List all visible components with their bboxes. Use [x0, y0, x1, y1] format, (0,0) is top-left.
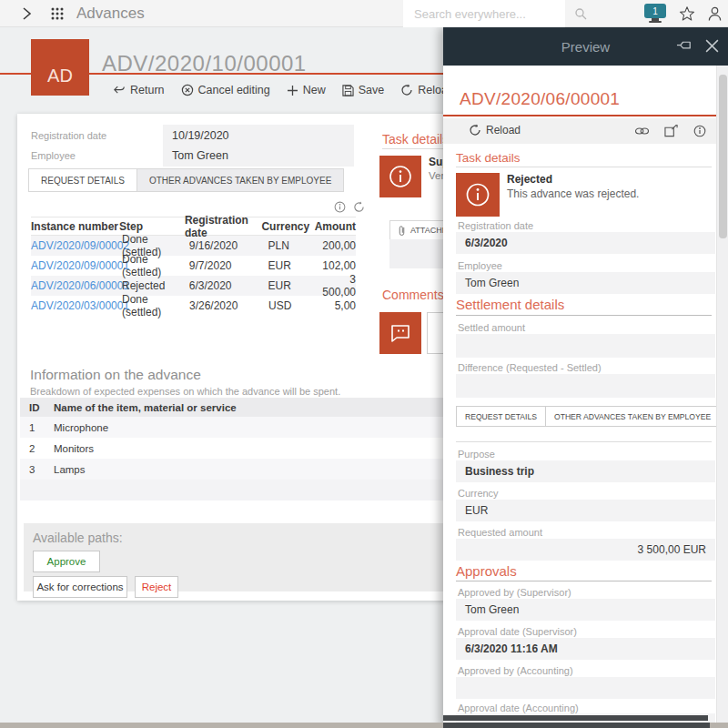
instance-link[interactable]: ADV/2020/09/00001	[31, 259, 122, 272]
approved-by-accounting-value	[456, 677, 715, 699]
info-icon[interactable]	[334, 201, 346, 213]
difference-value	[456, 374, 715, 398]
ask-for-corrections-button[interactable]: Ask for corrections	[33, 576, 127, 598]
preview-task-details-heading: Task details	[456, 151, 521, 165]
scrollbar-thumb[interactable]	[443, 723, 710, 728]
approval-date-supervisor-label: Approval date (Supervisor)	[458, 626, 577, 637]
settlement-details-heading: Settlement details	[456, 297, 564, 312]
copy-link-icon[interactable]	[634, 125, 650, 137]
new-button[interactable]: New	[287, 80, 326, 100]
employee-value: Tom Green	[172, 149, 228, 162]
preview-reload-button[interactable]: Reload	[469, 124, 521, 136]
comments-heading: Comments	[382, 288, 444, 302]
difference-label: Difference (Requested - Settled)	[458, 362, 602, 373]
info-icon[interactable]	[693, 125, 706, 137]
available-paths-label: Available paths:	[33, 531, 123, 545]
form-toolbar: Return Cancel editing New Save Reload	[113, 80, 454, 100]
approval-date-supervisor-value: 6/3/2020 11:16 AM	[456, 638, 715, 660]
table-row: ADV/2020/03/00001 Done (settled) 3/26/20…	[31, 296, 356, 316]
preview-tab-other-advances[interactable]: OTHER ADVANCES TAKEN BY EMPLOYEE	[546, 406, 720, 427]
currency-label: Currency	[458, 488, 499, 499]
preview-toolbar: Reload	[443, 118, 716, 144]
table-actions	[334, 201, 365, 213]
settled-amount-value	[456, 334, 715, 358]
preview-vertical-scrollbar[interactable]	[716, 66, 728, 728]
close-icon[interactable]	[704, 38, 720, 54]
tab-request-details[interactable]: REQUEST DETAILS	[28, 168, 137, 192]
preview-employee-value: Tom Green	[456, 272, 715, 294]
save-button[interactable]: Save	[342, 80, 385, 100]
preview-header: Preview	[443, 27, 728, 66]
info-section-title: Information on the advance	[30, 367, 201, 383]
purpose-label: Purpose	[458, 449, 495, 460]
preview-horizontal-scrollbar-thumb[interactable]	[443, 715, 708, 721]
currency-value: EUR	[456, 500, 715, 521]
preview-employee-label: Employee	[458, 260, 502, 271]
preview-panel: Preview ADV/2020/06/00001 Reload Task de…	[443, 27, 728, 728]
preview-accent-line	[443, 115, 716, 116]
tab-other-advances[interactable]: OTHER ADVANCES TAKEN BY EMPLOYEE	[137, 168, 344, 192]
purpose-value: Business trip	[456, 460, 715, 482]
top-bar: Advances 1	[0, 0, 728, 27]
open-in-new-window-icon[interactable]	[664, 125, 678, 137]
pin-icon[interactable]	[676, 38, 693, 55]
global-search[interactable]	[403, 0, 565, 27]
preview-tab-request-details[interactable]: REQUEST DETAILS	[456, 406, 546, 427]
instance-link[interactable]: ADV/2020/06/00001	[31, 279, 122, 292]
table-row: ADV/2020/09/00001 Done (settled) 9/7/202…	[31, 256, 356, 276]
preview-task-description: This advance was rejected.	[507, 187, 639, 200]
expand-chevron-icon[interactable]	[13, 0, 40, 27]
avatar: AD	[31, 39, 89, 96]
registration-date-label: Registration date	[31, 130, 106, 141]
search-input[interactable]	[414, 7, 574, 21]
preview-registration-date-value: 6/3/2020	[456, 232, 715, 254]
approval-date-accounting-label: Approval date (Accounting)	[458, 703, 579, 713]
preview-doc-title: ADV/2020/06/00001	[460, 89, 620, 109]
other-advances-table: Instance number Step Registration date C…	[31, 217, 356, 316]
approved-by-accounting-label: Approved by (Accounting)	[458, 665, 573, 676]
preview-tabs: REQUEST DETAILS OTHER ADVANCES TAKEN BY …	[456, 406, 720, 427]
task-details-heading: Task details	[382, 132, 449, 147]
requested-amount-label: Requested amount	[458, 527, 542, 538]
table-header: Instance number Step Registration date C…	[31, 217, 356, 236]
refresh-icon[interactable]	[353, 201, 365, 213]
app-launcher-waffle-icon[interactable]	[46, 0, 69, 27]
preview-registration-date-label: Registration date	[458, 220, 533, 231]
settled-amount-label: Settled amount	[458, 322, 525, 333]
requested-amount-value: 3 500,00 EUR	[456, 539, 715, 561]
cancel-editing-button[interactable]: Cancel editing	[181, 80, 270, 100]
preview-task-status: Rejected	[507, 173, 552, 186]
search-icon[interactable]	[574, 7, 587, 20]
approved-by-supervisor-label: Approved by (Supervisor)	[458, 587, 571, 598]
instance-link[interactable]: ADV/2020/09/00002	[31, 239, 122, 252]
instance-link[interactable]: ADV/2020/03/00001	[31, 299, 122, 312]
approvals-heading: Approvals	[456, 563, 517, 579]
page-horizontal-scrollbar[interactable]	[0, 723, 728, 728]
registration-date-value: 10/19/2020	[172, 129, 229, 142]
app-title: Advances	[76, 0, 145, 27]
table-row: ADV/2020/06/00001 Rejected 6/3/2020 EUR …	[31, 276, 356, 296]
employee-label: Employee	[31, 150, 76, 161]
tasks-counter-badge: 1	[644, 4, 666, 18]
table-row: ADV/2020/09/00002 Done (settled) 9/16/20…	[31, 236, 356, 256]
user-profile-icon[interactable]	[703, 0, 726, 27]
info-section-subtitle: Breakdown of expected expenses on which …	[30, 386, 340, 397]
comment-button[interactable]	[379, 312, 421, 354]
approved-by-supervisor-value: Tom Green	[456, 599, 715, 621]
return-button[interactable]: Return	[113, 80, 165, 100]
form-tabs: REQUEST DETAILS OTHER ADVANCES TAKEN BY …	[28, 168, 344, 192]
tasks-counter-icon[interactable]: 1	[642, 3, 668, 25]
paperclip-icon	[398, 225, 406, 237]
reject-button[interactable]: Reject	[135, 576, 178, 598]
page-title: ADV/2020/10/00001	[102, 51, 307, 76]
reload-icon	[469, 124, 481, 136]
scrollbar-thumb[interactable]	[719, 75, 727, 238]
approve-button[interactable]: Approve	[33, 551, 100, 572]
task-status-icon	[379, 156, 421, 197]
favorites-star-icon[interactable]	[675, 0, 699, 27]
preview-task-status-icon	[456, 173, 500, 217]
